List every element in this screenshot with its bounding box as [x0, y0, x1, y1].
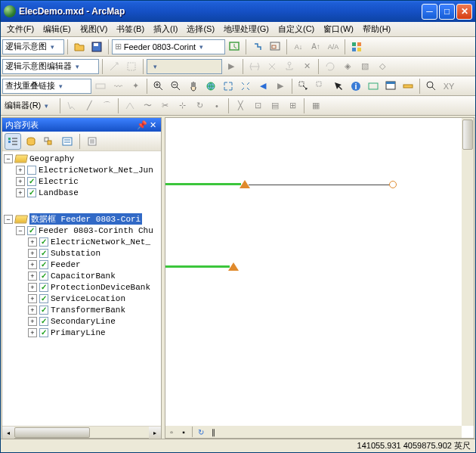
menu-window[interactable]: 窗口(W) — [319, 22, 358, 36]
refresh-view-button[interactable]: ↻ — [195, 426, 207, 438]
layer-node[interactable]: +✓Feeder — [2, 259, 161, 270]
toc-tree[interactable]: −Geography +ElectricNetwork_Net_Jun +✓El… — [2, 151, 161, 426]
expand-icon[interactable]: + — [28, 237, 37, 247]
expand-icon[interactable]: + — [28, 260, 37, 269]
scroll-left-button[interactable]: ◂ — [2, 427, 14, 439]
schematic-properties-button[interactable] — [348, 39, 365, 55]
layer-node[interactable]: +✓Substation — [2, 247, 161, 259]
edit-annotation-button[interactable]: ⊡ — [249, 98, 266, 114]
layer-node[interactable]: +✓ProtectionDeviceBank — [2, 281, 161, 293]
menu-select[interactable]: 选择(S) — [182, 22, 219, 36]
select-features-button[interactable] — [295, 78, 312, 95]
menu-insert[interactable]: 插入(I) — [149, 22, 182, 36]
edit-trace-button[interactable]: ╳ — [232, 98, 249, 114]
map-vertical-scrollbar[interactable] — [462, 118, 474, 426]
edit-cut-button[interactable]: ✂ — [156, 98, 173, 114]
map-view[interactable]: ▫ ▪ ↻ ∥ — [165, 117, 474, 439]
close-button[interactable]: ✕ — [456, 4, 472, 20]
expand-icon[interactable]: + — [16, 188, 25, 197]
expand-icon[interactable]: + — [28, 249, 37, 258]
checkbox[interactable]: ✓ — [39, 260, 48, 269]
select-move-button[interactable] — [123, 58, 140, 75]
edit-straight-button[interactable]: ╱ — [81, 98, 97, 114]
apply-layout-button[interactable]: ▶ — [223, 58, 240, 75]
decrease-symbol-button[interactable]: A↓ — [290, 39, 307, 55]
expand-icon[interactable]: + — [16, 177, 25, 186]
expand-icon[interactable]: + — [28, 283, 37, 292]
checkbox[interactable]: ✓ — [27, 188, 36, 197]
edit-reshape-button[interactable]: 〜 — [139, 98, 156, 114]
expand-icon[interactable]: + — [28, 328, 37, 337]
forward-button[interactable]: ▶ — [272, 78, 289, 95]
pan-button[interactable] — [185, 78, 202, 95]
minimize-button[interactable]: ─ — [422, 4, 437, 20]
reduce-button[interactable]: ◈ — [339, 58, 356, 75]
edit-create-button[interactable]: ▦ — [308, 98, 324, 114]
fixed-zoom-out-button[interactable] — [237, 78, 254, 95]
find-dropdown[interactable]: 查找重叠链接▾ — [2, 79, 91, 94]
save-schematic-button[interactable] — [88, 39, 105, 55]
dataframe-node-active[interactable]: −数据框 Feeder 0803-Cori — [2, 213, 161, 225]
menu-help[interactable]: 帮助(H) — [358, 22, 395, 36]
feeder-dropdown[interactable]: ⊞ Feeder 0803-Corint▾ — [112, 39, 225, 54]
checkbox[interactable]: ✓ — [27, 226, 36, 235]
open-schematic-button[interactable] — [71, 39, 88, 55]
menu-edit[interactable]: 编辑(E) — [39, 22, 76, 36]
checkbox[interactable]: ✓ — [39, 283, 48, 292]
edit-rotate-button[interactable]: ↻ — [191, 98, 208, 114]
checkbox[interactable]: ✓ — [39, 317, 48, 326]
clear-selection-button[interactable] — [313, 78, 329, 95]
menu-file[interactable]: 文件(F) — [2, 22, 39, 36]
align-button[interactable] — [246, 58, 263, 75]
list-by-visibility-button[interactable] — [41, 133, 57, 150]
remove-button[interactable]: ✕ — [298, 58, 315, 75]
group-layer-node[interactable]: −✓Feeder 0803-Corinth Chu — [2, 225, 161, 236]
layout-task-dropdown[interactable]: ▾ — [147, 59, 222, 74]
direction-button[interactable]: 〰 — [110, 78, 126, 95]
list-by-source-button[interactable] — [23, 133, 39, 150]
layer-node[interactable]: +✓Electric — [2, 175, 161, 187]
junction-button[interactable]: ✦ — [127, 78, 144, 95]
go-to-xy-button[interactable]: XY — [440, 78, 457, 95]
layout-view-button[interactable]: ▪ — [178, 426, 190, 438]
bypass-button[interactable]: ◇ — [374, 58, 391, 75]
layer-node[interactable]: +✓PrimaryLine — [2, 327, 161, 338]
collapse-icon[interactable]: − — [4, 154, 13, 163]
data-view-button[interactable]: ▫ — [165, 426, 178, 438]
zoom-in-button[interactable] — [150, 78, 167, 95]
edit-split-button[interactable]: ⊹ — [174, 98, 190, 114]
layer-node[interactable]: +✓Landbase — [2, 187, 161, 198]
edit-tool-button[interactable] — [63, 98, 80, 114]
edit-point-button[interactable]: • — [209, 98, 225, 114]
checkbox[interactable]: ✓ — [27, 177, 36, 186]
refresh-button[interactable] — [226, 39, 243, 55]
maximize-button[interactable]: □ — [439, 4, 455, 20]
edit-attributes-button[interactable]: ▤ — [267, 98, 283, 114]
rotate-button[interactable] — [264, 58, 280, 75]
scrollbar-thumb[interactable] — [14, 427, 90, 438]
edit-vertex-button[interactable] — [122, 98, 138, 114]
restore-symbol-button[interactable]: A/A — [325, 39, 342, 55]
list-by-drawing-button[interactable] — [5, 133, 21, 150]
checkbox[interactable] — [27, 166, 36, 175]
toc-close-icon[interactable]: ✕ — [147, 120, 158, 130]
tree-button[interactable] — [281, 58, 298, 75]
rotate-node-button[interactable] — [322, 58, 338, 75]
checkbox[interactable]: ✓ — [39, 271, 48, 281]
full-extent-button[interactable] — [202, 78, 219, 95]
collapse-icon[interactable]: − — [16, 226, 25, 235]
back-button[interactable]: ◀ — [255, 78, 271, 95]
fixed-zoom-in-button[interactable] — [220, 78, 236, 95]
toc-pin-icon[interactable]: 📌 — [137, 120, 147, 130]
pause-drawing-button[interactable]: ∥ — [207, 426, 219, 438]
layer-node[interactable]: +✓SecondaryLine — [2, 315, 161, 327]
find-button[interactable] — [423, 78, 440, 95]
list-by-selection-button[interactable] — [59, 133, 76, 150]
editor-dropdown[interactable]: 编辑器(R)▾ — [2, 98, 57, 113]
measure-button[interactable] — [400, 78, 416, 95]
identify-button[interactable]: i — [348, 78, 364, 95]
expand-icon[interactable]: + — [28, 317, 37, 326]
expand-icon[interactable]: + — [28, 271, 37, 281]
trace-button[interactable] — [92, 78, 109, 95]
menu-bookmarks[interactable]: 书签(B) — [112, 22, 149, 36]
